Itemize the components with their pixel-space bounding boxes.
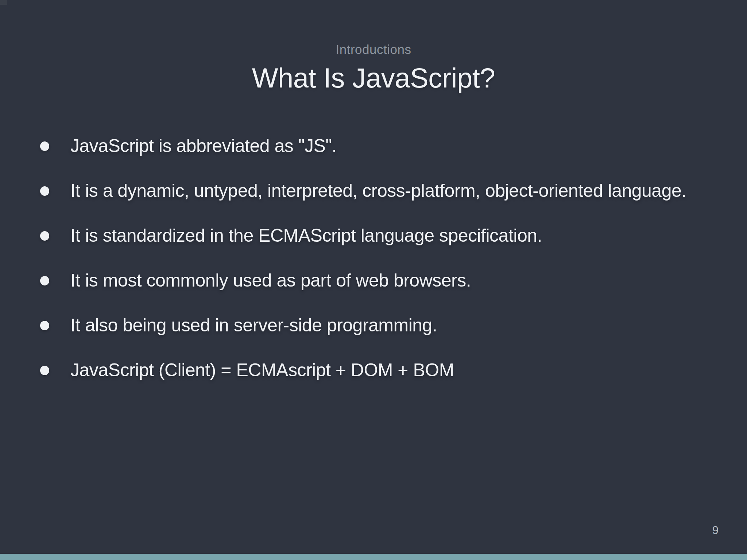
- bullet-text: It is standardized in the ECMAScript lan…: [70, 225, 542, 246]
- list-item: It is standardized in the ECMAScript lan…: [0, 221, 700, 250]
- bullet-dot-icon: [40, 366, 49, 375]
- corner-artifact: [0, 0, 7, 5]
- footer-accent-bar: [0, 554, 747, 560]
- bullet-dot-icon: [40, 231, 49, 241]
- bullet-text: JavaScript (Client) = ECMAscript + DOM +…: [70, 360, 454, 380]
- list-item: JavaScript is abbreviated as "JS".: [0, 132, 700, 160]
- bullet-dot-icon: [40, 276, 49, 285]
- bullet-text: It also being used in server-side progra…: [70, 315, 437, 335]
- bullet-dot-icon: [40, 141, 49, 151]
- bullet-text: It is most commonly used as part of web …: [70, 270, 471, 291]
- section-kicker: Introductions: [0, 42, 747, 57]
- list-item: JavaScript (Client) = ECMAscript + DOM +…: [0, 356, 700, 385]
- presentation-slide: Introductions What Is JavaScript? JavaSc…: [0, 0, 747, 560]
- bullet-list: JavaScript is abbreviated as "JS". It is…: [0, 132, 700, 401]
- bullet-dot-icon: [40, 186, 49, 196]
- list-item: It also being used in server-side progra…: [0, 311, 700, 340]
- page-number: 9: [712, 524, 719, 537]
- bullet-text: JavaScript is abbreviated as "JS".: [70, 136, 337, 156]
- slide-title: What Is JavaScript?: [0, 62, 747, 94]
- bullet-dot-icon: [40, 321, 49, 330]
- bullet-text: It is a dynamic, untyped, interpreted, c…: [70, 180, 686, 201]
- list-item: It is a dynamic, untyped, interpreted, c…: [0, 176, 700, 205]
- list-item: It is most commonly used as part of web …: [0, 266, 700, 295]
